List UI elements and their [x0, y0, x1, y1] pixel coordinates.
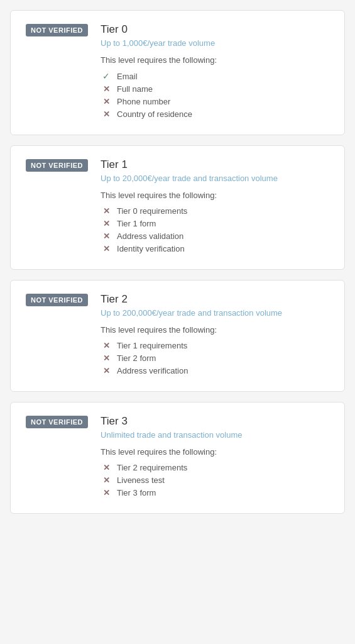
cross-icon: ✕ — [101, 341, 112, 350]
requirement-text: Address validation — [117, 231, 183, 241]
list-item: ✕Tier 1 requirements — [101, 341, 329, 350]
tier-volume-tier3: Unlimited trade and transaction volume — [101, 430, 329, 440]
requirement-text: Email — [117, 72, 138, 81]
cross-icon: ✕ — [101, 206, 112, 216]
tier-description-tier1: This level requires the following: — [101, 191, 329, 200]
requirement-text: Country of residence — [117, 109, 192, 119]
list-item: ✕Address verification — [101, 366, 329, 375]
cross-icon: ✕ — [101, 97, 112, 106]
list-item: ✕Phone number — [101, 97, 329, 106]
cross-icon: ✕ — [101, 366, 112, 375]
cross-icon: ✕ — [101, 219, 112, 228]
tier-description-tier3: This level requires the following: — [101, 447, 329, 457]
tiers-container: NOT VERIFIEDTier 0Up to 1,000€/year trad… — [10, 10, 345, 514]
requirement-text: Tier 3 form — [117, 488, 156, 497]
requirement-text: Tier 1 requirements — [117, 341, 187, 350]
list-item: ✕Tier 3 form — [101, 488, 329, 497]
tier-title-tier2: Tier 2 — [101, 293, 329, 306]
requirements-list-tier3: ✕Tier 2 requirements✕Liveness test✕Tier … — [101, 463, 329, 497]
tier-title-tier3: Tier 3 — [101, 415, 329, 428]
list-item: ✓Email — [101, 71, 329, 81]
requirements-list-tier0: ✓Email✕Full name✕Phone number✕Country of… — [101, 71, 329, 119]
cross-icon: ✕ — [101, 475, 112, 485]
cross-icon: ✕ — [101, 353, 112, 363]
tier-card-tier3: NOT VERIFIEDTier 3Unlimited trade and tr… — [10, 402, 345, 514]
tier-description-tier0: This level requires the following: — [101, 55, 329, 65]
tier-content-tier3: Tier 3Unlimited trade and transaction vo… — [101, 415, 329, 501]
tier-card-tier2: NOT VERIFIEDTier 2Up to 200,000€/year tr… — [10, 280, 345, 392]
not-verified-badge-tier1: NOT VERIFIED — [26, 159, 88, 172]
list-item: ✕Identity verification — [101, 244, 329, 253]
badge-col-tier3: NOT VERIFIED — [26, 415, 88, 426]
tier-volume-tier1: Up to 20,000€/year trade and transaction… — [101, 174, 329, 183]
list-item: ✕Full name — [101, 84, 329, 94]
requirement-text: Tier 2 requirements — [117, 463, 187, 472]
list-item: ✕Tier 0 requirements — [101, 206, 329, 216]
requirement-text: Address verification — [117, 366, 188, 375]
tier-content-tier2: Tier 2Up to 200,000€/year trade and tran… — [101, 293, 329, 379]
not-verified-badge-tier3: NOT VERIFIED — [26, 416, 88, 428]
tier-content-tier1: Tier 1Up to 20,000€/year trade and trans… — [101, 158, 329, 257]
tier-title-tier0: Tier 0 — [101, 23, 329, 36]
requirements-list-tier2: ✕Tier 1 requirements✕Tier 2 form✕Address… — [101, 341, 329, 375]
requirement-text: Phone number — [117, 97, 170, 106]
badge-col-tier1: NOT VERIFIED — [26, 158, 88, 170]
tier-title-tier1: Tier 1 — [101, 158, 329, 171]
tier-volume-tier2: Up to 200,000€/year trade and transactio… — [101, 308, 329, 318]
not-verified-badge-tier2: NOT VERIFIED — [26, 294, 88, 306]
requirement-text: Tier 2 form — [117, 353, 156, 363]
check-icon: ✓ — [101, 71, 112, 81]
cross-icon: ✕ — [101, 109, 112, 119]
tier-description-tier2: This level requires the following: — [101, 325, 329, 335]
list-item: ✕Liveness test — [101, 475, 329, 485]
cross-icon: ✕ — [101, 231, 112, 241]
requirement-text: Tier 0 requirements — [117, 206, 187, 216]
tier-card-tier1: NOT VERIFIEDTier 1Up to 20,000€/year tra… — [10, 145, 345, 270]
cross-icon: ✕ — [101, 463, 112, 472]
tier-content-tier0: Tier 0Up to 1,000€/year trade volumeThis… — [101, 23, 329, 122]
tier-card-tier0: NOT VERIFIEDTier 0Up to 1,000€/year trad… — [10, 10, 345, 135]
list-item: ✕Tier 1 form — [101, 219, 329, 228]
badge-col-tier0: NOT VERIFIED — [26, 23, 88, 35]
requirements-list-tier1: ✕Tier 0 requirements✕Tier 1 form✕Address… — [101, 206, 329, 253]
requirement-text: Liveness test — [117, 475, 165, 485]
list-item: ✕Country of residence — [101, 109, 329, 119]
requirement-text: Full name — [117, 84, 153, 94]
tier-volume-tier0: Up to 1,000€/year trade volume — [101, 38, 329, 48]
cross-icon: ✕ — [101, 84, 112, 94]
cross-icon: ✕ — [101, 244, 112, 253]
not-verified-badge-tier0: NOT VERIFIED — [26, 24, 88, 36]
list-item: ✕Tier 2 requirements — [101, 463, 329, 472]
badge-col-tier2: NOT VERIFIED — [26, 293, 88, 304]
requirement-text: Tier 1 form — [117, 219, 156, 228]
list-item: ✕Tier 2 form — [101, 353, 329, 363]
requirement-text: Identity verification — [117, 244, 185, 253]
list-item: ✕Address validation — [101, 231, 329, 241]
cross-icon: ✕ — [101, 488, 112, 497]
